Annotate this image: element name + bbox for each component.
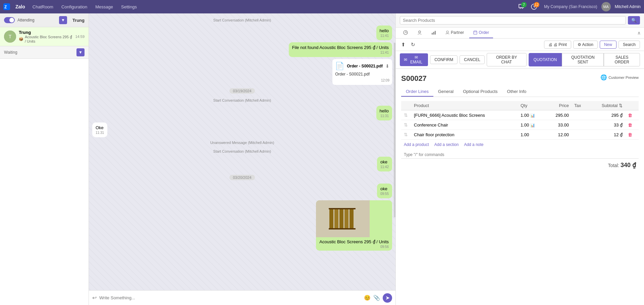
refresh-btn[interactable]: ↻: [410, 41, 417, 48]
action-label: Action: [582, 42, 593, 47]
attach-btn[interactable]: 📎: [373, 295, 380, 301]
tab-partner[interactable]: Partner: [441, 28, 468, 38]
emoji-btn[interactable]: 😊: [364, 295, 371, 301]
tab-chart[interactable]: [427, 28, 440, 38]
svg-rect-10: [329, 208, 356, 209]
main-layout: Attending ▼ Trung T Trung 📦 Acoustic Blo…: [0, 13, 644, 305]
pdf-download-icon[interactable]: ⬇: [385, 63, 389, 69]
contact-sub-icon: 📦: [19, 37, 23, 41]
waiting-dropdown[interactable]: ▼: [76, 48, 85, 56]
msg-text: oke: [380, 159, 389, 164]
tab-activity[interactable]: [399, 28, 412, 38]
msg-file-not-found: File not found Acoustic Bloc Screens 295…: [92, 42, 392, 57]
send-btn[interactable]: ➤: [383, 293, 392, 303]
msg-oke-left: Oke 11:31: [92, 122, 392, 137]
sidebar-header: Attending ▼ Trung: [0, 13, 89, 27]
reply-icon-btn[interactable]: ↩: [92, 295, 97, 301]
svg-rect-8: [344, 209, 348, 229]
th-qty: Qty: [518, 101, 545, 110]
tab-order-label: Order: [479, 30, 489, 35]
total-label: Total:: [608, 163, 619, 168]
row-handle[interactable]: ⇅: [401, 110, 411, 120]
subtotal-cell: 295 ₫: [589, 110, 625, 120]
table-row: ⇅ [FURN_6666] Acoustic Bloc Screens 1.00…: [401, 110, 639, 120]
order-table-body: ⇅ [FURN_6666] Acoustic Bloc Screens 1.00…: [401, 110, 639, 140]
confirm-btn[interactable]: CONFIRM: [430, 55, 458, 64]
chat-input[interactable]: [99, 295, 361, 300]
svg-point-13: [419, 31, 421, 33]
msg-time: 11:41: [380, 34, 389, 38]
cancel-btn[interactable]: CANCEL: [460, 55, 485, 64]
action-btn[interactable]: ⚙ Action: [573, 41, 598, 49]
new-btn[interactable]: New: [600, 41, 616, 49]
order-by-chat-btn[interactable]: ORDER BY CHAT: [487, 53, 527, 66]
email-btn[interactable]: ✉ ✉ EMAIL: [400, 53, 428, 66]
status-sales-order[interactable]: SALES ORDER: [604, 53, 640, 66]
sort-icon[interactable]: ⇅: [619, 103, 623, 108]
order-tab-other[interactable]: Other Info: [502, 87, 531, 97]
msg-pdf: 📄 Order - S00021.pdf ⬇ Order - S00021.pd…: [92, 59, 392, 85]
system-msg-3: Start Conversation (Mitchell Admin): [92, 149, 392, 153]
search-btn[interactable]: 🔍: [628, 16, 640, 24]
forecast-icon[interactable]: 📊: [530, 113, 535, 117]
product-name: Acoustic Bloc Screens 295 ₫ / Units: [319, 239, 389, 244]
status-quotation[interactable]: QUOTATION: [529, 53, 562, 66]
th-subtotal: Subtotal ⇅: [589, 101, 625, 110]
action-bar: ✉ ✉ EMAIL CONFIRM CANCEL ORDER BY CHAT Q…: [396, 51, 644, 69]
contact-avatar-trung: T: [4, 31, 16, 43]
attending-toggle[interactable]: [4, 17, 15, 23]
toolbar: ⬆ ↻ 🖨 🖨 Print ⚙ Action New Search: [396, 39, 644, 51]
add-product-link[interactable]: Add a product: [404, 142, 429, 147]
msg-time: 11:31: [380, 114, 389, 118]
tab-order[interactable]: Order: [469, 28, 493, 38]
row-del[interactable]: 🗑: [625, 130, 639, 140]
msg-time: 12:09: [335, 79, 389, 82]
msg-product-img: Acoustic Bloc Screens 295 ₫ / Units 09:5…: [92, 200, 392, 251]
contact-sub: 📦 Acoustic Bloc Screens 295 ₫ / Units: [19, 35, 72, 43]
avatar[interactable]: MA: [601, 2, 611, 11]
tax-cell: [572, 120, 589, 130]
toolbar-search-btn[interactable]: Search: [619, 41, 640, 49]
menu-configuration[interactable]: Configuration: [59, 3, 89, 11]
table-row: ⇅ Conference Chair 1.00 📊 33.00 33 ₫ 🗑: [401, 120, 639, 130]
order-tab-optional[interactable]: Optional Products: [458, 87, 502, 97]
system-msg-2: Start Conversation (Mitchell Admin): [92, 98, 392, 102]
activity-notification[interactable]: 12: [531, 3, 537, 10]
msg-time: 11:42: [380, 165, 389, 169]
pdf-label: Order - S00021.pdf: [335, 72, 389, 77]
order-tab-lines[interactable]: Order Lines: [401, 87, 433, 97]
add-section-link[interactable]: Add a section: [434, 142, 459, 147]
svg-rect-14: [432, 33, 433, 35]
add-note-link[interactable]: Add a note: [464, 142, 483, 147]
subtotal-cell: 12 ₫: [589, 130, 625, 140]
table-row: ⇅ Chair floor protection 1.00 12.00 12 ₫…: [401, 130, 639, 140]
customer-preview[interactable]: 🌐 Customer Preview: [600, 74, 639, 81]
search-input[interactable]: [400, 16, 626, 24]
svg-rect-16: [435, 31, 436, 35]
collapse-btn[interactable]: ∧: [637, 30, 641, 36]
svg-rect-5: [329, 209, 333, 229]
row-handle[interactable]: ⇅: [401, 120, 411, 130]
menu-chatroom[interactable]: ChatRoom: [31, 3, 55, 11]
row-del[interactable]: 🗑: [625, 120, 639, 130]
chat-messages: Start Conversation (Mitchell Admin) hell…: [89, 13, 395, 290]
menu-message[interactable]: Message: [93, 3, 115, 11]
status-quotation-sent[interactable]: QUOTATION SENT: [562, 53, 604, 66]
tab-profile[interactable]: [413, 28, 426, 38]
order-tab-general[interactable]: General: [433, 87, 458, 97]
svg-rect-6: [334, 209, 338, 229]
zalo-logo-icon: Z: [3, 3, 10, 10]
contact-trung[interactable]: T Trung 📦 Acoustic Bloc Screens 295 ₫ / …: [0, 27, 89, 46]
msg-bubble: Oke 11:31: [92, 122, 107, 137]
system-msg-start: Start Conversation (Mitchell Admin): [92, 18, 392, 22]
forecast-icon[interactable]: 📊: [530, 123, 535, 127]
menu-settings[interactable]: Settings: [119, 3, 139, 11]
upload-btn[interactable]: ⬆: [400, 41, 407, 48]
row-del[interactable]: 🗑: [625, 110, 639, 120]
attending-dropdown[interactable]: ▼: [59, 16, 67, 24]
print-btn[interactable]: 🖨 🖨 Print: [544, 41, 571, 49]
chat-notification[interactable]: 7: [518, 3, 525, 10]
svg-point-17: [446, 31, 448, 33]
row-handle[interactable]: ⇅: [401, 130, 411, 140]
note-input[interactable]: [401, 151, 639, 159]
